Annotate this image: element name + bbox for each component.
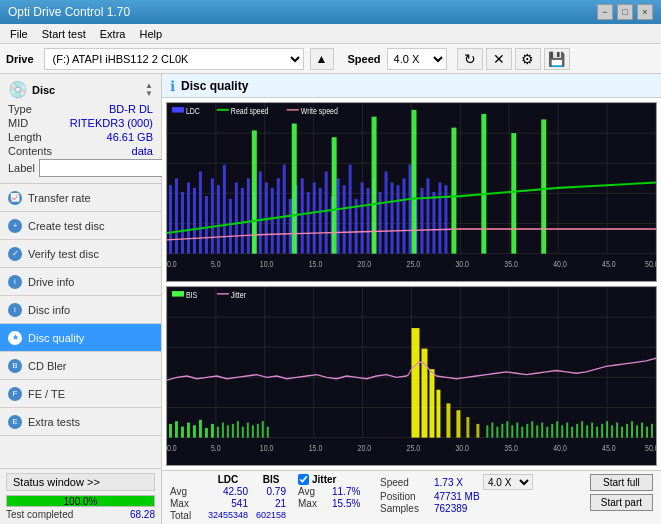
maximize-button[interactable]: □ [617,4,633,20]
speed-stat-select[interactable]: 4.0 X [483,474,533,490]
refresh-button[interactable]: ↻ [457,48,483,70]
svg-rect-51 [367,188,370,254]
left-panel: 💿 Disc ▲ ▼ Type BD-R DL MID RITEKDR3 (00… [0,74,162,524]
jitter-avg: 11.7% [332,486,360,497]
svg-rect-122 [175,421,178,437]
svg-rect-164 [566,423,568,438]
chart-title: Disc quality [181,79,248,93]
svg-rect-74 [172,107,184,112]
disc-info-icon: i [8,303,22,317]
svg-text:45.0: 45.0 [602,442,616,453]
speed-display: 68.28 [130,509,155,520]
svg-rect-62 [432,192,435,254]
svg-text:Read speed: Read speed [231,105,269,116]
stats-bar: LDC BIS Avg 42.50 0.79 Max 541 21 Total … [162,470,661,524]
speed-select[interactable]: 4.0 X [387,48,447,70]
svg-rect-26 [217,185,220,253]
svg-rect-177 [631,421,633,437]
svg-rect-21 [187,182,190,253]
svg-rect-163 [561,425,563,437]
cancel-button[interactable]: ✕ [486,48,512,70]
svg-rect-38 [289,199,292,254]
svg-rect-152 [506,421,508,437]
eject-button[interactable]: ▲ [310,48,334,70]
svg-rect-25 [211,178,214,253]
svg-rect-175 [621,427,623,438]
avg-label: Avg [170,486,200,497]
disc-label-row: Label 🔍 [8,159,153,177]
svg-rect-149 [491,423,493,438]
ldc-bis-stats: LDC BIS Avg 42.50 0.79 Max 541 21 Total … [170,474,286,521]
svg-rect-127 [205,428,208,438]
svg-rect-33 [259,171,262,253]
jitter-checkbox[interactable] [298,474,309,485]
svg-rect-53 [379,192,382,254]
drivebar: Drive (F:) ATAPI iHBS112 2 CL0K ▲ Speed … [0,44,661,74]
create-test-disc-icon: + [8,219,22,233]
svg-text:35.0: 35.0 [504,258,518,269]
svg-text:25.0: 25.0 [407,258,421,269]
start-part-button[interactable]: Start part [590,494,653,511]
status-window-button[interactable]: Status window >> [6,473,155,491]
nav-section: 📈 Transfer rate + Create test disc ✓ Ver… [0,184,161,468]
total-label: Total [170,510,200,521]
svg-rect-50 [361,182,364,253]
ldc-avg: 42.50 [208,486,248,497]
svg-rect-36 [277,178,280,253]
svg-rect-165 [571,427,573,438]
svg-rect-56 [397,185,400,253]
svg-rect-161 [551,424,553,438]
nav-disc-quality[interactable]: ★ Disc quality [0,324,161,352]
nav-transfer-rate[interactable]: 📈 Transfer rate [0,184,161,212]
svg-rect-48 [349,165,352,254]
bottom-chart-svg: BIS Jitter 0.0 5.0 10.0 15.0 20.0 25.0 3… [167,287,656,465]
menu-start-test[interactable]: Start test [36,27,92,41]
svg-rect-27 [223,165,226,254]
disc-length-value: 46.61 GB [107,131,153,143]
nav-create-test-disc[interactable]: + Create test disc [0,212,161,240]
svg-rect-23 [199,171,202,253]
svg-rect-132 [232,424,234,438]
svg-rect-136 [252,425,254,437]
drive-select[interactable]: (F:) ATAPI iHBS112 2 CL0K [44,48,304,70]
ldc-header: LDC [208,474,248,485]
samples-val: 762389 [434,503,467,514]
svg-text:15.0: 15.0 [309,258,323,269]
svg-text:45.0: 45.0 [602,258,616,269]
nav-extra-tests[interactable]: E Extra tests [0,408,161,436]
nav-verify-test-disc[interactable]: ✓ Verify test disc [0,240,161,268]
disc-length-label: Length [8,131,42,143]
svg-rect-134 [242,427,244,438]
top-chart: LDC Read speed Write speed 0.0 5.0 10.0 … [166,102,657,282]
svg-rect-129 [217,427,219,438]
start-full-button[interactable]: Start full [590,474,653,491]
svg-rect-19 [175,178,178,253]
svg-rect-137 [257,424,259,438]
svg-rect-176 [626,424,628,438]
minimize-button[interactable]: − [597,4,613,20]
fe-te-icon: F [8,387,22,401]
menu-extra[interactable]: Extra [94,27,132,41]
nav-drive-info[interactable]: i Drive info [0,268,161,296]
disc-mid-row: MID RITEKDR3 (000) [8,117,153,129]
close-button[interactable]: × [637,4,653,20]
menu-file[interactable]: File [4,27,34,41]
svg-rect-68 [372,117,377,254]
bottom-chart: BIS Jitter 0.0 5.0 10.0 15.0 20.0 25.0 3… [166,286,657,466]
disc-label-input[interactable] [39,159,172,177]
svg-text:LDC: LDC [186,105,200,116]
svg-text:Jitter: Jitter [231,289,246,300]
menu-help[interactable]: Help [133,27,168,41]
svg-rect-69 [412,110,417,254]
settings-button[interactable]: ⚙ [515,48,541,70]
bis-header: BIS [256,474,286,485]
svg-rect-35 [271,188,274,254]
jitter-max: 15.5% [332,498,360,509]
save-button[interactable]: 💾 [544,48,570,70]
nav-fe-te[interactable]: F FE / TE [0,380,161,408]
svg-rect-126 [199,420,202,438]
nav-cd-bler[interactable]: B CD Bler [0,352,161,380]
nav-disc-info[interactable]: i Disc info [0,296,161,324]
disc-down-arrow[interactable]: ▼ [145,90,153,98]
svg-text:10.0: 10.0 [260,442,274,453]
